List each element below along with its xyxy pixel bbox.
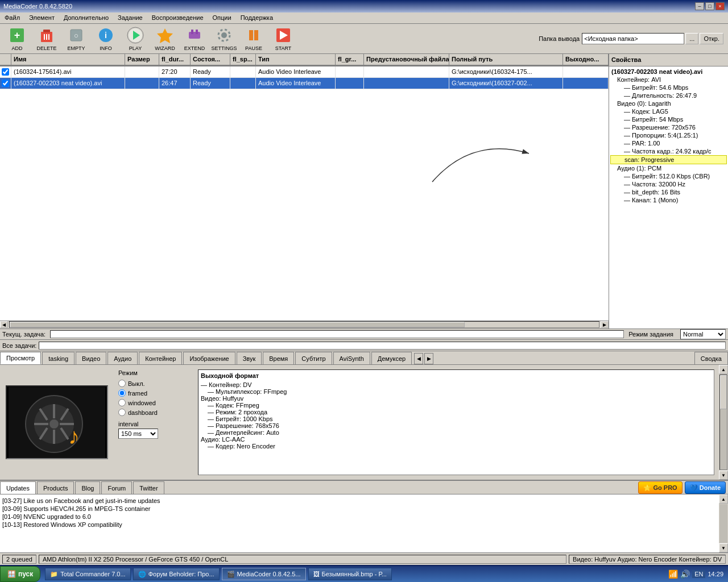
tab-subtitle[interactable]: Субтитр — [295, 352, 332, 364]
pause-button[interactable]: PAUSE — [239, 25, 268, 52]
mode-windowed[interactable]: windowed — [118, 399, 189, 406]
tab-container[interactable]: Контейнер — [139, 352, 182, 364]
delete-button[interactable]: DELETE — [32, 25, 61, 52]
mode-framed-radio[interactable] — [118, 389, 126, 397]
tabs-scroll-left[interactable]: ◀ — [414, 353, 423, 364]
vscroll-up-btn[interactable]: ▲ — [719, 365, 728, 374]
svg-rect-17 — [196, 30, 198, 34]
file-path: G:\исходники\(160324-175... — [449, 66, 563, 77]
bottom-tab-products[interactable]: Products — [37, 481, 74, 494]
bottom-tab-twitter[interactable]: Twitter — [133, 481, 164, 494]
tab-demuxer[interactable]: Демуксер — [371, 352, 412, 364]
tab-preview[interactable]: Просмотр — [0, 352, 41, 364]
file-checkbox[interactable] — [2, 80, 9, 87]
col-path-header: Полный путь — [449, 54, 563, 66]
row-checkbox[interactable] — [0, 66, 11, 77]
tab-video[interactable]: Видео — [76, 352, 106, 364]
tab-time[interactable]: Время — [263, 352, 294, 364]
minimize-button[interactable]: – — [695, 2, 704, 10]
news-scroll-track[interactable] — [719, 504, 727, 543]
menu-support[interactable]: Поддержка — [238, 14, 275, 22]
tab-audio[interactable]: Аудио — [107, 352, 138, 364]
settings-button[interactable]: SETTINGS — [209, 25, 239, 52]
news-item: [10-13] Restored Windows XP compatibilit… — [2, 521, 717, 529]
properties-title: Свойства — [611, 56, 641, 63]
mode-windowed-radio[interactable] — [118, 399, 126, 406]
output-folder-input[interactable] — [582, 33, 684, 44]
menu-extra[interactable]: Дополнительно — [61, 14, 111, 22]
menu-play[interactable]: Воспроизведение — [150, 14, 206, 22]
vscroll-thumb[interactable] — [720, 375, 727, 409]
table-row[interactable]: (160324-175614).avi 27:20 Ready Audio Vi… — [0, 66, 609, 78]
tab-summary[interactable]: Сводка — [694, 352, 728, 364]
taskbar-label: Total Commander 7.0... — [60, 571, 125, 577]
taskbar-item-forum[interactable]: 🌐 Форум Beholder: Про... — [133, 568, 220, 580]
mode-off-radio[interactable] — [118, 380, 126, 387]
output-folder-area: Папка вывода ... Откр. — [539, 33, 723, 44]
wizard-button[interactable]: WIZARD — [150, 25, 180, 52]
info-button[interactable]: i INFO — [91, 25, 121, 52]
output-open-button[interactable]: Откр. — [700, 33, 723, 44]
mode-framed[interactable]: framed — [118, 389, 189, 397]
tab-sound[interactable]: Звук — [237, 352, 262, 364]
interval-select[interactable]: 150 ms 300 ms 500 ms — [118, 429, 158, 439]
of-video: Видео: Huffyuv — [201, 395, 712, 402]
donate-button[interactable]: 💙 Donate — [685, 481, 726, 494]
scroll-thumb[interactable] — [10, 322, 465, 327]
mode-dashboard[interactable]: dashboard — [118, 409, 189, 416]
svg-text:i: i — [105, 31, 107, 40]
news-scroll-up[interactable]: ▲ — [719, 494, 728, 504]
news-item: [03-09] Supports HEVC/H.265 in MPEG-TS c… — [2, 505, 717, 513]
start-button[interactable]: 🪟 пуск — [0, 566, 40, 582]
mode-dashboard-radio[interactable] — [118, 409, 126, 416]
footer-queue: 2 queued — [2, 555, 36, 564]
start-encode-button[interactable]: START — [268, 25, 298, 52]
table-scrollbar[interactable]: ◀ ▶ — [0, 321, 609, 329]
file-type: Audio Video Interleave — [256, 66, 336, 77]
tab-tasking[interactable]: tasking — [42, 352, 75, 364]
of-vres: — Разрешение: 768x576 — [201, 422, 712, 429]
col-state-header: Состоя... — [191, 54, 230, 66]
taskbar-item-commander[interactable]: 📁 Total Commander 7.0... — [45, 568, 130, 580]
scroll-right-btn[interactable]: ▶ — [601, 321, 609, 328]
of-mux: — Мультиплексор: FFmpeg — [201, 388, 712, 395]
vscroll-track[interactable] — [719, 375, 727, 470]
empty-button[interactable]: ○ EMPTY — [61, 25, 91, 52]
scroll-left-btn[interactable]: ◀ — [0, 321, 8, 328]
bottom-tab-forum[interactable]: Forum — [101, 481, 132, 494]
close-button[interactable]: × — [715, 2, 725, 10]
bottom-tab-updates[interactable]: Updates — [0, 481, 36, 494]
play-button[interactable]: PLAY — [121, 25, 150, 52]
footer-hardware: AMD Athlon(tm) II X2 250 Processor / GeF… — [39, 555, 566, 564]
taskbar-item-paint[interactable]: 🖼 Безымянный.bmp - Р... — [308, 568, 392, 580]
table-row[interactable]: (160327-002203 neat video).avi 26:47 Rea… — [0, 78, 609, 89]
menu-file[interactable]: Файл — [2, 14, 22, 22]
menu-options[interactable]: Опции — [210, 14, 234, 22]
taskbar-item-mediacoder[interactable]: 🎬 MediaCoder 0.8.42.5... — [222, 568, 306, 580]
output-format-title: Выходной формат — [201, 372, 712, 379]
maximize-button[interactable]: □ — [705, 2, 714, 10]
tab-image[interactable]: Изображение — [183, 352, 235, 364]
go-pro-button[interactable]: ⭐ Go PRO — [638, 481, 682, 494]
add-button[interactable]: + ADD — [2, 25, 32, 52]
news-scroll-down[interactable]: ▼ — [719, 543, 728, 552]
vscroll-down-btn[interactable]: ▼ — [719, 471, 728, 480]
bottom-tab-blog[interactable]: Blog — [75, 481, 100, 494]
extend-button[interactable]: EXTEND — [180, 25, 209, 52]
col-output-header: Выходно... — [563, 54, 609, 66]
output-browse-button[interactable]: ... — [685, 33, 698, 44]
scroll-track[interactable] — [9, 321, 599, 328]
taskbar-icon: 🖼 — [313, 571, 320, 577]
mode-off[interactable]: Выкл. — [118, 380, 189, 387]
row-checkbox[interactable] — [0, 78, 11, 89]
tabs-scroll-right[interactable]: ▶ — [424, 353, 433, 364]
col-name-header: Имя — [11, 54, 125, 66]
settings-icon — [215, 26, 233, 44]
file-checkbox[interactable] — [2, 68, 9, 76]
job-mode-dropdown[interactable]: Normal Batch — [680, 329, 726, 339]
file-state: Ready — [191, 66, 230, 77]
menu-element[interactable]: Элемент — [27, 14, 57, 22]
menu-task[interactable]: Задание — [115, 14, 145, 22]
svg-rect-16 — [191, 30, 193, 34]
tab-avisynth[interactable]: AviSynth — [333, 352, 370, 364]
